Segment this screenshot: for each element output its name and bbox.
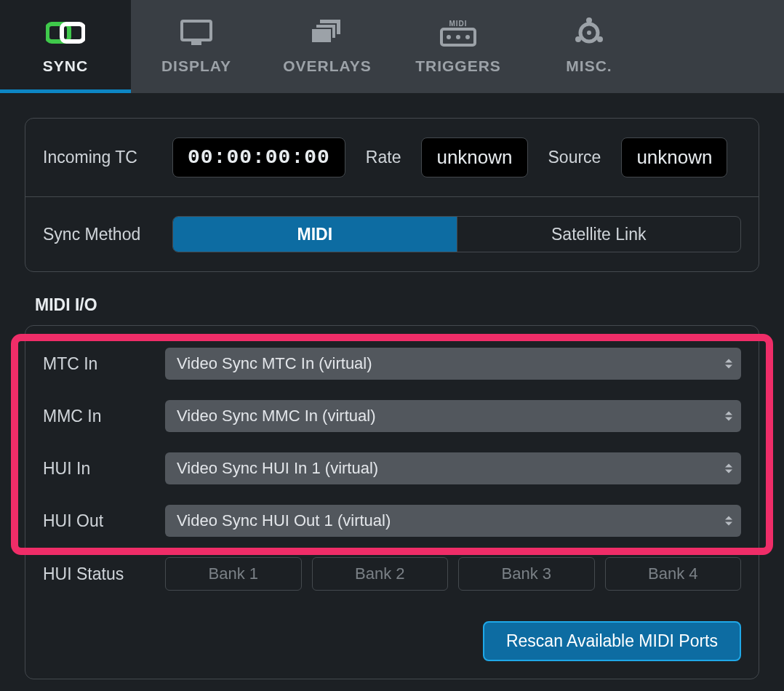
hui-in-row: HUI In Video Sync HUI In 1 (virtual) [43, 452, 741, 484]
sync-method-midi[interactable]: MIDI [173, 217, 457, 252]
tab-overlays[interactable]: OVERLAYS [262, 0, 393, 93]
midi-io-heading: MIDI I/O [35, 295, 759, 315]
tab-label: MISC. [566, 57, 612, 75]
hui-status-row: HUI Status Bank 1 Bank 2 Bank 3 Bank 4 [43, 557, 741, 591]
gear-icon [573, 18, 605, 47]
timecode-display: 00:00:00:00 [172, 137, 345, 177]
hui-banks: Bank 1 Bank 2 Bank 3 Bank 4 [165, 557, 741, 591]
mmc-in-select[interactable]: Video Sync MMC In (virtual) [165, 400, 741, 432]
hui-status-label: HUI Status [43, 564, 165, 584]
midi-io-panel: MTC In Video Sync MTC In (virtual) MMC I… [25, 325, 759, 679]
source-label: Source [548, 148, 601, 167]
hui-in-select[interactable]: Video Sync HUI In 1 (virtual) [165, 452, 741, 484]
hui-bank-3: Bank 3 [458, 557, 595, 591]
rescan-midi-button[interactable]: Rescan Available MIDI Ports [483, 621, 741, 661]
hui-bank-4: Bank 4 [605, 557, 742, 591]
stepper-icon [725, 516, 732, 526]
svg-point-13 [587, 31, 591, 35]
mmc-in-value: Video Sync MMC In (virtual) [177, 407, 375, 426]
tab-display[interactable]: DISPLAY [131, 0, 262, 93]
svg-point-8 [447, 35, 451, 39]
tab-label: DISPLAY [161, 57, 231, 75]
sync-method-row: Sync Method MIDI Satellite Link [25, 196, 759, 271]
overlays-icon [310, 18, 345, 47]
svg-rect-3 [191, 41, 201, 45]
svg-point-16 [597, 36, 603, 42]
tab-misc[interactable]: MISC. [524, 0, 655, 93]
stepper-icon [725, 359, 732, 369]
midi-icon: MIDI [440, 18, 476, 47]
mtc-in-select[interactable]: Video Sync MTC In (virtual) [165, 348, 741, 380]
hui-out-label: HUI Out [43, 511, 165, 531]
tab-bar: SYNC DISPLAY OVERLAYS [0, 0, 784, 93]
svg-rect-6 [311, 28, 332, 43]
svg-point-15 [575, 36, 581, 42]
sync-method-segmented: MIDI Satellite Link [172, 216, 741, 252]
rate-label: Rate [366, 148, 401, 167]
svg-point-10 [465, 35, 470, 39]
hui-in-value: Video Sync HUI In 1 (virtual) [177, 459, 378, 478]
hui-bank-2: Bank 2 [312, 557, 449, 591]
mmc-in-row: MMC In Video Sync MMC In (virtual) [43, 400, 741, 432]
hui-bank-1: Bank 1 [165, 557, 302, 591]
rate-display: unknown [421, 137, 527, 177]
source-display: unknown [621, 137, 727, 177]
sync-icon [46, 18, 85, 47]
incoming-tc-row: Incoming TC 00:00:00:00 Rate unknown Sou… [25, 119, 759, 196]
hui-out-value: Video Sync HUI Out 1 (virtual) [177, 511, 391, 530]
sync-panel-content: Incoming TC 00:00:00:00 Rate unknown Sou… [0, 93, 784, 679]
hui-out-select[interactable]: Video Sync HUI Out 1 (virtual) [165, 505, 741, 537]
tab-label: TRIGGERS [415, 57, 501, 75]
sync-method-label: Sync Method [43, 225, 152, 244]
hui-out-row: HUI Out Video Sync HUI Out 1 (virtual) [43, 505, 741, 537]
tab-label: OVERLAYS [283, 57, 372, 75]
mtc-in-value: Video Sync MTC In (virtual) [177, 354, 372, 373]
stepper-icon [725, 464, 732, 474]
svg-point-9 [456, 35, 460, 39]
sync-status-panel: Incoming TC 00:00:00:00 Rate unknown Sou… [25, 118, 759, 272]
incoming-tc-label: Incoming TC [43, 148, 152, 167]
svg-text:MIDI: MIDI [449, 20, 467, 28]
tab-sync[interactable]: SYNC [0, 0, 131, 93]
mtc-in-row: MTC In Video Sync MTC In (virtual) [43, 348, 741, 380]
display-icon [180, 18, 213, 47]
mmc-in-label: MMC In [43, 407, 165, 426]
rescan-row: Rescan Available MIDI Ports [43, 621, 741, 661]
svg-rect-2 [182, 21, 211, 40]
tab-triggers[interactable]: MIDI TRIGGERS [393, 0, 524, 93]
sync-method-satellite[interactable]: Satellite Link [457, 217, 741, 252]
hui-in-label: HUI In [43, 459, 165, 479]
svg-point-14 [586, 17, 592, 23]
svg-rect-0 [47, 24, 69, 41]
svg-rect-1 [62, 24, 84, 41]
stepper-icon [725, 412, 732, 421]
tab-label: SYNC [43, 57, 88, 75]
mtc-in-label: MTC In [43, 354, 165, 374]
